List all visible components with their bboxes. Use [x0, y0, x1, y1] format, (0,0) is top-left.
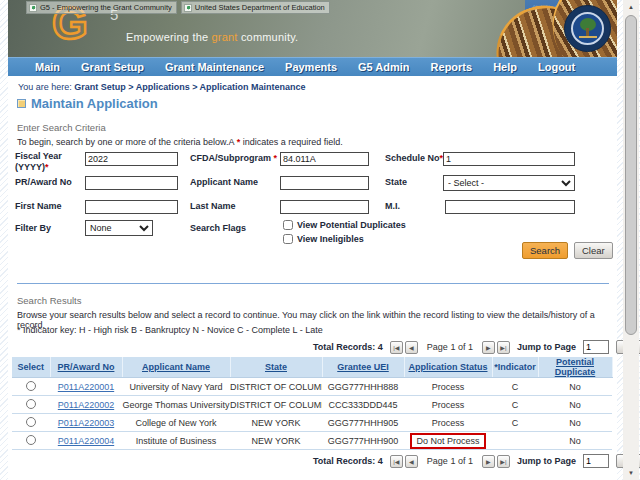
cfda-input[interactable] — [280, 152, 369, 166]
view-ineligibles-row: View Ineligibles — [283, 234, 364, 244]
tagline-accent: grant — [212, 31, 238, 43]
applicant-name-cell: College of New York — [122, 414, 230, 432]
next-page-button[interactable]: ▶ — [482, 341, 495, 354]
indicator-key: * Indicator key: H - High risk B - Bankr… — [17, 325, 323, 335]
page-indicator: Page 1 of 1 — [427, 456, 473, 466]
banner-alt-texts: G5 - Empowering the Grant Community Unit… — [26, 1, 330, 14]
state-select[interactable]: - Select - — [443, 175, 575, 191]
applicant-name-label: Applicant Name — [190, 177, 258, 188]
banner-alt-ed-label: United States Department of Education — [195, 3, 325, 12]
col-header-pr-award-no[interactable]: PR/Award No — [50, 357, 122, 378]
application-status-cell: Process — [404, 378, 492, 396]
pager-buttons-left: |◀ ◀ — [390, 455, 418, 468]
g5-app-window: G5 - Empowering the Grant Community Unit… — [0, 0, 640, 480]
prev-page-button[interactable]: ◀ — [405, 341, 418, 354]
window-icon — [17, 99, 26, 108]
nav-item-main[interactable]: Main — [35, 61, 60, 73]
scroll-down-arrow[interactable]: ▼ — [623, 466, 639, 480]
pager-buttons-right: ▶ ▶| — [482, 341, 510, 354]
record-radio[interactable] — [26, 435, 36, 445]
nav-item-payments[interactable]: Payments — [285, 61, 337, 73]
tagline-post: community. — [238, 31, 299, 43]
col-header-potential-duplicate[interactable]: Potential Duplicate — [538, 357, 612, 378]
banner: G5 - Empowering the Grant Community Unit… — [8, 0, 617, 57]
grantee-uei-cell: GGG777HHH888 — [322, 378, 404, 396]
page-content: You are here: Grant Setup > Applications… — [8, 76, 617, 480]
first-page-button[interactable]: |◀ — [390, 455, 403, 468]
last-page-button[interactable]: ▶| — [497, 341, 510, 354]
state-cell: NEW YORK — [230, 432, 322, 450]
nav-item-grant-setup[interactable]: Grant Setup — [81, 61, 144, 73]
mi-input[interactable] — [445, 200, 575, 214]
last-page-button[interactable]: ▶| — [497, 455, 510, 468]
col-header-grantee-uei[interactable]: Grantee UEI — [322, 357, 404, 378]
jump-to-page-input[interactable] — [583, 454, 609, 468]
last-name-input[interactable] — [280, 200, 369, 214]
required-field-note: To begin, search by one or more of the c… — [17, 137, 343, 147]
schedule-no-input[interactable] — [443, 152, 575, 166]
filter-by-select[interactable]: None — [85, 220, 153, 236]
potential-duplicate-cell: No — [538, 396, 612, 414]
clear-button[interactable]: Clear — [574, 242, 613, 259]
schedule-no-label: Schedule No* — [385, 153, 445, 164]
pr-award-no-label: PR/Award No — [15, 177, 72, 188]
state-cell: DISTRICT OF COLUMBIA — [230, 378, 322, 396]
search-flags-label: Search Flags — [190, 223, 246, 234]
view-potential-duplicates-label: View Potential Duplicates — [297, 220, 406, 230]
record-radio[interactable] — [26, 381, 36, 391]
vertical-scrollbar[interactable]: ▲ ▼ — [623, 0, 639, 480]
fiscal-year-label-text: Fiscal Year (YYYY) — [15, 151, 62, 172]
fiscal-year-input[interactable] — [85, 152, 178, 166]
prev-page-button[interactable]: ◀ — [405, 455, 418, 468]
indicator-cell: C — [492, 378, 538, 396]
nav-item-logout[interactable]: Logout — [538, 61, 575, 73]
applicant-name-cell: Institute of Business — [122, 432, 230, 450]
award-link[interactable]: P011A220004 — [58, 436, 114, 446]
application-status-cell: Process — [404, 396, 492, 414]
required-star: * — [45, 162, 49, 172]
grantee-uei-cell: CCC333DDD445 — [322, 396, 404, 414]
pager-buttons-right: ▶ ▶| — [482, 455, 510, 468]
page-indicator: Page 1 of 1 — [427, 342, 473, 352]
criteria-section-title: Enter Search Criteria — [17, 122, 106, 133]
applicant-name-cell: University of Navy Yard — [122, 378, 230, 396]
view-ineligibles-checkbox[interactable] — [283, 234, 293, 244]
table-row: P011A220001 University of Navy Yard DIST… — [12, 378, 612, 396]
cfda-label-text: CFDA/Subprogram — [190, 153, 274, 163]
jump-to-page-input[interactable] — [583, 340, 609, 354]
breadcrumb-trail[interactable]: Grant Setup > Applications > Application… — [74, 82, 305, 92]
jump-to-page-label: Jump to Page — [517, 456, 576, 466]
view-potential-duplicates-checkbox[interactable] — [283, 220, 293, 230]
next-page-button[interactable]: ▶ — [482, 455, 495, 468]
grantee-uei-cell: GGG777HHH905 — [322, 414, 404, 432]
nav-item-reports[interactable]: Reports — [431, 61, 473, 73]
pagination-bottom: Total Records: 4 |◀ ◀ Page 1 of 1 ▶ ▶| J… — [313, 453, 640, 469]
nav-item-g5-admin[interactable]: G5 Admin — [358, 61, 410, 73]
grantee-uei-cell: GGG777HHH900 — [322, 432, 404, 450]
last-name-label: Last Name — [190, 201, 236, 212]
award-link[interactable]: P011A220001 — [58, 382, 114, 392]
pr-award-no-input[interactable] — [85, 176, 178, 190]
view-ineligibles-label: View Ineligibles — [297, 234, 364, 244]
award-link[interactable]: P011A220003 — [58, 418, 114, 428]
col-header-state[interactable]: State — [230, 357, 322, 378]
col-header-application-status[interactable]: Application Status — [404, 357, 492, 378]
first-name-input[interactable] — [85, 200, 178, 214]
scrollbar-thumb[interactable] — [625, 15, 637, 335]
record-radio[interactable] — [26, 399, 36, 409]
search-button[interactable]: Search — [522, 242, 568, 259]
nav-item-help[interactable]: Help — [493, 61, 517, 73]
main-nav: Main Grant Setup Grant Maintenance Payme… — [8, 57, 617, 76]
scroll-up-arrow[interactable]: ▲ — [623, 0, 639, 14]
first-page-button[interactable]: |◀ — [390, 341, 403, 354]
award-link[interactable]: P011A220002 — [58, 400, 114, 410]
fiscal-year-label: Fiscal Year (YYYY)* — [15, 151, 77, 173]
page-title-row: Maintain Application — [17, 96, 158, 111]
pagination-top: Total Records: 4 |◀ ◀ Page 1 of 1 ▶ ▶| J… — [313, 339, 640, 355]
jump-to-page-label: Jump to Page — [517, 342, 576, 352]
banner-alt-ed: United States Department of Education — [181, 1, 330, 14]
nav-item-grant-maintenance[interactable]: Grant Maintenance — [165, 61, 264, 73]
col-header-applicant-name[interactable]: Applicant Name — [122, 357, 230, 378]
applicant-name-input[interactable] — [280, 176, 369, 190]
record-radio[interactable] — [26, 417, 36, 427]
